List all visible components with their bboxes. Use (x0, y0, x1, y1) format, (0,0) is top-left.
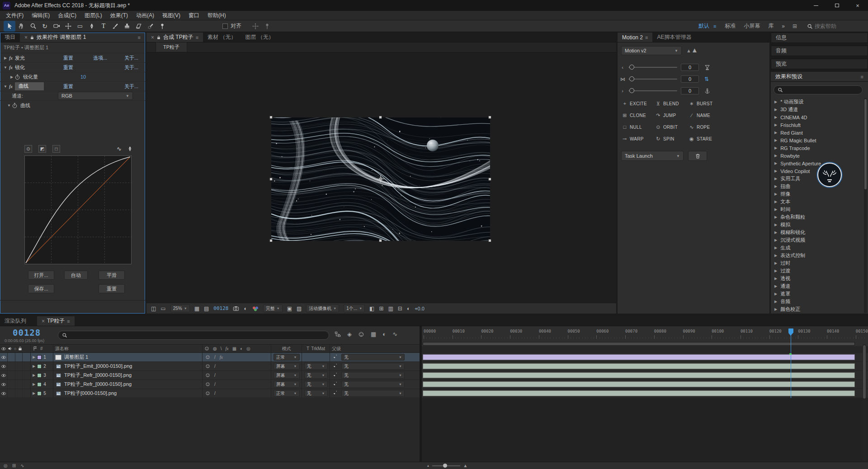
workspace-tab-library[interactable]: 库 (764, 22, 778, 30)
zoom-in-mountain-icon[interactable]: ▲ (463, 463, 467, 468)
view-layout-dropdown[interactable]: 1个...▼ (344, 305, 365, 312)
selection-handle[interactable] (379, 116, 382, 119)
cti-head[interactable] (788, 328, 793, 333)
expand-arrow-icon[interactable]: ▶ (774, 238, 777, 242)
expand-arrow-icon[interactable]: ▶ (774, 269, 777, 273)
menu-item[interactable]: 合成(C) (54, 11, 80, 20)
pickwhip-icon[interactable] (334, 382, 339, 387)
layer-audio-toggle[interactable] (8, 380, 15, 389)
minimize-button[interactable] (806, 0, 826, 11)
glow-reset-link[interactable]: 重置 (63, 55, 73, 61)
track-bar[interactable] (423, 354, 855, 360)
zoom-tool[interactable] (27, 21, 39, 32)
layer-visibility-icon[interactable] (0, 353, 8, 361)
layer-trkmat-dropdown[interactable]: 无▼ (304, 390, 328, 397)
timeline-search-input[interactable] (70, 333, 314, 338)
snapshot-icon[interactable] (233, 305, 239, 312)
expand-arrow-icon[interactable]: ▶ (774, 184, 777, 188)
workspace-overflow-chevron[interactable]: » (778, 23, 789, 29)
layer-lock-toggle[interactable] (23, 371, 30, 380)
sharpen-fx-toggle[interactable]: fx (9, 65, 13, 70)
track-bar[interactable] (423, 372, 855, 378)
layer-quality-switch[interactable]: / (214, 355, 216, 360)
preset-category-row[interactable]: ▶ 模糊和锐化 (771, 229, 864, 236)
pan-behind-tool[interactable] (62, 21, 74, 32)
preset-category-row[interactable]: ▶ 透视 (771, 275, 864, 282)
glow-about-link[interactable]: 关于... (124, 55, 138, 61)
layer-quality-switch[interactable]: / (214, 364, 216, 369)
timeline-scrollbar[interactable] (863, 344, 866, 462)
menu-item[interactable]: 视图(V) (158, 11, 184, 20)
slider-knob[interactable] (629, 76, 634, 81)
track-row[interactable] (422, 380, 868, 389)
viewer-target-icon[interactable]: ▭ (160, 305, 165, 312)
layer-visibility-icon[interactable] (0, 371, 8, 380)
layer-shy-switch[interactable] (205, 382, 210, 387)
motion-action-button[interactable]: ⊸ WARP (622, 135, 656, 143)
presets-search-input[interactable] (786, 87, 854, 93)
timeline-zoom-slider[interactable] (432, 465, 460, 466)
save-curve-button[interactable]: 保存... (28, 284, 54, 293)
motion-slider[interactable] (628, 67, 677, 68)
cti-line[interactable] (791, 328, 791, 398)
flowchart-icon[interactable]: ⊟ (398, 305, 402, 312)
motion-action-button[interactable]: ∗ BURST (689, 99, 722, 108)
slider-value-field[interactable]: 0 (681, 87, 699, 94)
slider-mode-icon[interactable]: ⋈ (620, 76, 625, 82)
panel-menu-icon[interactable]: ≡ (67, 319, 70, 324)
puppet-pin-tool[interactable] (156, 21, 168, 32)
layer-row[interactable]: ▶ 1 调整图层 1 / fx 正常▼ ▼ 无▼ (0, 353, 420, 362)
track-bar[interactable] (423, 381, 855, 387)
curve-pencil-tool-icon[interactable] (127, 146, 133, 152)
sharpen-reset-link[interactable]: 重置 (63, 64, 73, 71)
trkmat-column-header[interactable]: TrkMat (311, 346, 325, 351)
motion-action-button[interactable]: ⊻ BLEND (656, 99, 689, 108)
timeline-pane-divider[interactable] (420, 326, 422, 462)
motion-action-button[interactable]: ↷ JUMP (656, 111, 689, 119)
timeline-search-box[interactable] (58, 331, 329, 340)
layer-color-swatch[interactable] (37, 364, 42, 369)
expand-arrow-icon[interactable]: ▶ (774, 100, 777, 104)
close-tab-icon[interactable]: × (24, 34, 28, 41)
layer-mode-dropdown[interactable]: 屏幕▼ (274, 363, 300, 370)
workspace-bar-icon[interactable]: ⊞ (789, 21, 801, 32)
preset-category-row[interactable]: ▶ 时间 (771, 206, 864, 213)
sharpen-about-link[interactable]: 关于... (124, 64, 138, 71)
curve-smooth-tool-icon[interactable]: ∿ (117, 145, 122, 152)
expand-arrow-icon[interactable]: ▶ (774, 161, 777, 165)
preset-category-row[interactable]: ▶ 通道 (771, 282, 864, 290)
show-snapshot-icon[interactable]: ◐ (244, 305, 247, 312)
slider-value-field[interactable]: 0 (681, 75, 699, 83)
toggle-layer-controls-icon[interactable]: ◎ (4, 463, 8, 468)
pickwhip-icon[interactable] (334, 391, 339, 396)
solo-column-icon[interactable]: ○ (14, 347, 16, 351)
sharpen-expand-icon[interactable]: ▼ (3, 66, 8, 70)
preset-category-row[interactable]: ▶ 表达式控制 (771, 252, 864, 259)
camera-tool[interactable] (51, 21, 62, 32)
audio-panel-header[interactable]: 音频 (771, 46, 868, 56)
hand-tool[interactable] (15, 21, 27, 32)
selection-tool[interactable] (4, 21, 15, 32)
layer-trkmat-dropdown[interactable]: 无▼ (304, 381, 328, 388)
preset-category-row[interactable]: ▶ RG Trapcode (771, 144, 864, 152)
pen-tool[interactable] (86, 21, 98, 32)
video-column-icon[interactable] (1, 346, 6, 352)
viewer-lock-icon[interactable]: ◫ (151, 305, 156, 312)
snap-checkbox[interactable] (222, 23, 228, 29)
preset-category-row[interactable]: ▶ 生成 (771, 244, 864, 252)
layer-color-swatch[interactable] (37, 391, 42, 396)
menu-item[interactable]: 文件(F) (2, 11, 28, 20)
quality-switch-icon[interactable]: \ (221, 346, 222, 351)
curve-diagonal-icon[interactable]: ◩ (38, 145, 46, 153)
expand-arrow-icon[interactable]: ▶ (774, 200, 777, 204)
channels-icon[interactable] (252, 305, 259, 312)
rulers-icon[interactable]: ▤ (204, 305, 209, 312)
source-name-column-header[interactable]: 源名称 (55, 346, 69, 352)
selection-handle[interactable] (269, 178, 273, 181)
tab-footage[interactable]: 素材 （无） (203, 33, 241, 42)
lock-column-icon[interactable] (18, 346, 23, 351)
curves-graph[interactable] (24, 155, 132, 264)
preset-category-row[interactable]: ▶ * 动画预设 (771, 98, 864, 106)
preset-category-row[interactable]: ▶ 抠像 (771, 190, 864, 198)
layer-color-swatch[interactable] (37, 355, 42, 360)
